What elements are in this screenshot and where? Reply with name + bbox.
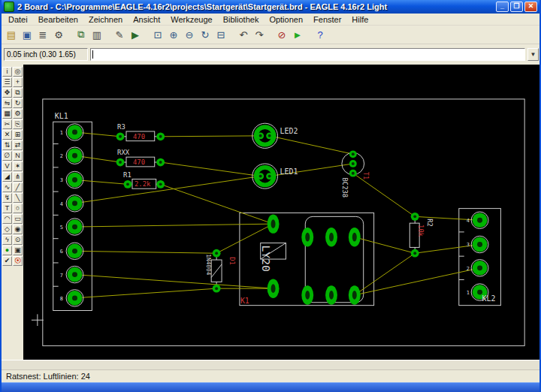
route-tool-button[interactable]: ╱	[13, 182, 23, 192]
lock-icon: ∅	[5, 152, 11, 160]
help-button[interactable]: ?	[313, 27, 328, 42]
split-tool-button[interactable]: ⋔	[13, 172, 23, 182]
move-tool-button[interactable]: ✥	[2, 88, 12, 98]
hole-tool-button[interactable]: ⊙	[13, 235, 23, 245]
smash-tool-button[interactable]: ✶	[13, 161, 23, 171]
menu-hilfe[interactable]: Hilfe	[346, 15, 373, 24]
mark-tool-button[interactable]: +	[13, 77, 23, 87]
svg-text:5: 5	[60, 225, 63, 231]
pinswap-icon: ⇅	[5, 141, 11, 149]
svg-text:KL1: KL1	[55, 112, 68, 120]
menu-werkzeuge[interactable]: Werkzeuge	[165, 15, 217, 24]
rect-tool-button[interactable]: ▭	[13, 214, 23, 224]
go-button[interactable]: ►	[290, 27, 305, 42]
copy-tool-button[interactable]: ⧉	[13, 88, 23, 98]
value-tool-button[interactable]: V	[2, 161, 12, 171]
signal-tool-button[interactable]: ϟ	[2, 235, 12, 245]
wire-tool-button[interactable]: ╲	[13, 193, 23, 203]
polygon-tool-button[interactable]: ◇	[2, 225, 12, 234]
window-buttons: _❐✕	[496, 2, 537, 12]
mirror-tool-button[interactable]: ⇋	[2, 98, 12, 108]
redo-button[interactable]: ↷	[252, 27, 267, 42]
show-tool-button[interactable]: ◎	[13, 67, 23, 77]
use-library-button[interactable]: ▥	[89, 27, 104, 42]
undo-button[interactable]: ↶	[236, 27, 251, 42]
pinswap-tool-button[interactable]: ⇅	[2, 140, 12, 150]
svg-text:1N4004: 1N4004	[205, 254, 212, 275]
miter-tool-button[interactable]: ◢	[2, 172, 12, 182]
replace-tool-button[interactable]: ⇄	[13, 140, 23, 150]
info-tool-button[interactable]: i	[2, 67, 12, 77]
via-tool-button[interactable]: ◉	[13, 225, 23, 234]
menu-bibliothek[interactable]: Bibliothek	[218, 15, 264, 24]
circle-icon: ○	[16, 204, 20, 213]
zoom-select-button[interactable]: ⊟	[213, 27, 228, 42]
zoom-in-icon: ⊕	[170, 29, 178, 41]
circle-tool-button[interactable]: ○	[13, 204, 23, 213]
taskbar	[2, 382, 539, 392]
zoom-fit-button[interactable]: ⊡	[150, 27, 165, 42]
svg-text:LED2: LED2	[280, 127, 298, 135]
change-tool-button[interactable]: ⚙	[13, 109, 23, 119]
zoom-out-button[interactable]: ⊖	[182, 27, 197, 42]
svg-text:470: 470	[133, 133, 145, 140]
group-tool-button[interactable]: ▦	[2, 109, 12, 119]
minimize-button[interactable]: _	[496, 2, 509, 12]
lock-tool-button[interactable]: ∅	[2, 151, 12, 161]
app-icon	[4, 2, 14, 12]
command-dropdown-button[interactable]: ▼	[527, 48, 539, 61]
cam-processor-button[interactable]: ⚙	[51, 27, 66, 42]
svg-text:1: 1	[60, 130, 63, 136]
menu-bearbeiten[interactable]: Bearbeiten	[33, 15, 83, 24]
script-button[interactable]: ✎	[112, 27, 127, 42]
menu-datei[interactable]: Datei	[3, 15, 33, 24]
cut-icon: ✂	[5, 120, 11, 128]
rotate-tool-button[interactable]: ↻	[13, 98, 23, 108]
go-icon: ►	[293, 29, 303, 41]
save-icon: ▣	[23, 29, 32, 41]
optimize-tool-button[interactable]: ∿	[2, 182, 12, 192]
open-button[interactable]: ▤	[4, 27, 19, 42]
text-caret	[92, 50, 93, 59]
menu-optionen[interactable]: Optionen	[264, 15, 308, 24]
print-button[interactable]: ≣	[35, 27, 50, 42]
rect-icon: ▭	[14, 215, 21, 223]
text-tool-button[interactable]: T	[2, 204, 12, 213]
name-tool-button[interactable]: N	[13, 151, 23, 161]
svg-text:2: 2	[467, 266, 470, 272]
add-tool-button[interactable]: ⊞	[13, 130, 23, 140]
arc-icon: ◠	[5, 215, 11, 223]
svg-text:2.2k: 2.2k	[134, 180, 151, 188]
command-input[interactable]	[90, 48, 525, 61]
show-icon: ◎	[15, 68, 21, 76]
drc-tool-button[interactable]: ✔	[2, 256, 12, 266]
ripup-tool-button[interactable]: ↯	[2, 193, 12, 203]
menu-fenster[interactable]: Fenster	[308, 15, 346, 24]
paste-tool-button[interactable]: ⎘	[13, 119, 23, 129]
run-icon: ▶	[131, 29, 139, 41]
svg-text:3: 3	[60, 177, 63, 183]
close-button[interactable]: ✕	[524, 2, 537, 12]
zoom-redraw-button[interactable]: ↻	[198, 27, 213, 42]
errors-tool-button[interactable]: ⦿	[13, 256, 23, 266]
menu-ansicht[interactable]: Ansicht	[128, 15, 165, 24]
rotate-icon: ↻	[15, 99, 21, 107]
ratsnest-tool-button[interactable]: ●	[2, 246, 12, 255]
stop-button[interactable]: ⊘	[274, 27, 289, 42]
maximize-button[interactable]: ❐	[510, 2, 523, 12]
zoom-select-icon: ⊟	[217, 29, 225, 41]
script-icon: ✎	[116, 29, 124, 41]
arc-tool-button[interactable]: ◠	[2, 214, 12, 224]
run-button[interactable]: ▶	[128, 27, 143, 42]
auto-tool-button[interactable]: ▣	[13, 246, 23, 255]
move-icon: ✥	[5, 89, 11, 97]
board-canvas[interactable]: KL1123456784321KL2R3470RXX470R12.2kLED2L…	[23, 65, 539, 360]
display-tool-button[interactable]: ☰	[2, 77, 12, 87]
cut-tool-button[interactable]: ✂	[2, 119, 12, 129]
zoom-in-button[interactable]: ⊕	[166, 27, 181, 42]
switch-to-schematic-button[interactable]: ⧉	[74, 27, 89, 42]
delete-tool-button[interactable]: ✕	[2, 130, 12, 140]
save-button[interactable]: ▣	[20, 27, 35, 42]
redo-icon: ↷	[255, 29, 264, 41]
menu-zeichnen[interactable]: Zeichnen	[83, 15, 128, 24]
